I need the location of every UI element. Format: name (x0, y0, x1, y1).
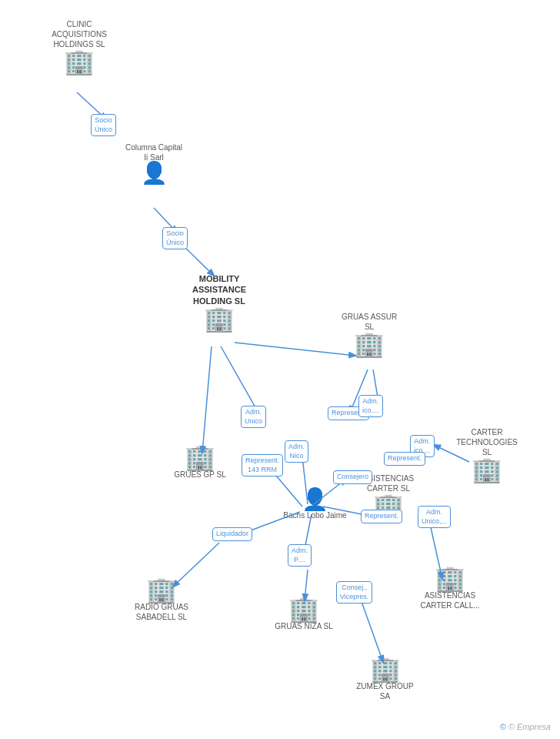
watermark: © © Empresa (500, 722, 551, 731)
zumex-label: ZUMEX GROUP SA (352, 681, 418, 701)
badge-represent-3: Represent. (361, 510, 402, 523)
badge-adm-nico-1: Adm.Nico (285, 440, 308, 463)
node-grues-gp: 🏢 GRUES GP SL (169, 445, 231, 480)
badge-liquidador: Liquidador (212, 527, 252, 541)
clinic-label: CLINIC ACQUISITIONS HOLDINGS SL (45, 19, 114, 49)
asistencias-carter-call-label: ASISTENCIAS CARTER CALL... (415, 590, 485, 610)
badge-adm-p: Adm.P.... (288, 544, 312, 567)
badge-consej-vicepres: Consej.,Vicepres. (336, 581, 372, 604)
zumex-building-icon: 🏢 (370, 657, 401, 681)
gruas-assur-building-icon: 🏢 (354, 332, 385, 356)
gruas-assur-label: GRUAS ASSUR SL (338, 312, 400, 332)
node-clinic: CLINIC ACQUISITIONS HOLDINGS SL 🏢 (45, 19, 114, 74)
asistencias-carter-call-building-icon: 🏢 (435, 566, 465, 590)
node-columna: Columna Capital Ii Sarl 👤 (123, 142, 185, 184)
watermark-text: © Empresa (508, 722, 551, 731)
badge-represent-143: Represent.143 RRM (242, 454, 283, 477)
grues-gp-label: GRUES GP SL (174, 470, 226, 480)
badge-adm-unico-2: Adm.Unico,... (418, 506, 451, 528)
node-gruas-niza: 🏢 GRUAS NIZA SL (273, 597, 335, 631)
mobility-building-icon: 🏢 (204, 306, 235, 331)
node-gruas-assur: GRUAS ASSUR SL 🏢 (338, 312, 400, 356)
bachs-lobo-label: Bachs Lobo Jaime (283, 510, 346, 520)
gruas-niza-building-icon: 🏢 (288, 597, 319, 621)
columna-label: Columna Capital Ii Sarl (123, 142, 185, 162)
carter-tech-building-icon: 🏢 (472, 457, 502, 482)
clinic-building-icon: 🏢 (64, 49, 95, 74)
gruas-niza-label: GRUAS NIZA SL (275, 621, 333, 631)
watermark-symbol: © (500, 722, 506, 731)
node-carter-tech: CARTER TECHNOLOGIES SL 🏢 (452, 427, 522, 482)
grues-gp-building-icon: 🏢 (185, 445, 215, 470)
svg-line-5 (235, 343, 355, 356)
carter-tech-label: CARTER TECHNOLOGIES SL (452, 427, 522, 457)
svg-line-19 (360, 597, 383, 662)
bachs-lobo-person-icon: 👤 (302, 489, 328, 510)
mobility-label: MOBILITY ASSISTANCE HOLDING SL (185, 273, 254, 306)
node-zumex: 🏢 ZUMEX GROUP SA (352, 657, 418, 701)
svg-line-3 (221, 346, 259, 414)
radio-gruas-building-icon: 🏢 (146, 577, 177, 602)
node-bachs-lobo: 👤 Bachs Lobo Jaime (282, 489, 348, 520)
badge-represent-2: Represent. (384, 452, 425, 466)
node-asistencias-carter-call: 🏢 ASISTENCIAS CARTER CALL... (415, 566, 485, 610)
svg-line-2 (182, 245, 214, 276)
node-radio-gruas: 🏢 RADIO GRUAS SABADELL SL (127, 577, 196, 622)
badge-consejero: Consejero (333, 470, 372, 484)
badge-socio-unico-2: SocioÚnico (162, 227, 188, 249)
badge-adm-ico-1: Adm.ico.... (358, 395, 383, 417)
svg-line-4 (202, 346, 212, 453)
radio-gruas-label: RADIO GRUAS SABADELL SL (127, 602, 196, 622)
badge-socio-unico-1: SocioÚnico (91, 114, 116, 136)
badge-adm-unico-1: Adm.Unico (241, 406, 266, 428)
node-mobility: MOBILITY ASSISTANCE HOLDING SL 🏢 (181, 273, 258, 331)
columna-person-icon: 👤 (141, 162, 168, 184)
